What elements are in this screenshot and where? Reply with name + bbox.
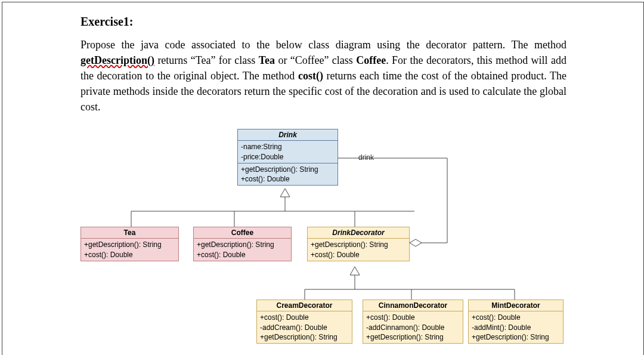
class-title: CinnamonDecorator: [363, 300, 463, 311]
class-title: Drink: [238, 129, 338, 141]
inherit-arrow-drink: [280, 189, 290, 197]
uml-class-cinnamondecorator: CinnamonDecorator +cost(): Double -addCi…: [363, 300, 463, 344]
uml-class-mintdecorator: MintDecorator +cost(): Double -addMint()…: [468, 300, 564, 344]
aggregation-diamond: [410, 239, 422, 246]
exercise-description: Propose the java code associated to the …: [80, 37, 566, 115]
exercise-heading: Exercise1:: [80, 15, 566, 29]
attr: -name:String: [241, 142, 335, 152]
op: +cost(): Double: [241, 174, 335, 184]
op: +getDescription(): String: [472, 332, 560, 342]
op: -addCinnamon(): Double: [366, 323, 460, 332]
op: +cost(): Double: [472, 313, 560, 322]
uml-class-drink: Drink -name:String -price:Double +getDes…: [237, 129, 338, 186]
text: returns “Tea” for class: [154, 54, 259, 66]
uml-class-tea: Tea +getDescription(): String +cost(): D…: [80, 227, 179, 261]
method-getdescription: getDescription(): [80, 54, 154, 66]
text: Propose the java code associated to the …: [80, 39, 566, 51]
op: +cost(): Double: [84, 250, 175, 260]
op: +getDescription(): String: [311, 240, 406, 249]
class-title: CreamDecorator: [257, 300, 352, 311]
class-title: Tea: [81, 227, 178, 239]
op: +cost(): Double: [197, 250, 288, 260]
class-title: DrinkDecorator: [308, 227, 409, 239]
op: -addCream(): Double: [260, 323, 349, 332]
op: +cost(): Double: [311, 250, 406, 260]
text: or “Coffee” class: [275, 54, 356, 66]
uml-diagram: Drink -name:String -price:Double +getDes…: [80, 125, 566, 352]
method-cost: cost(): [298, 70, 323, 82]
operations: +cost(): Double -addCinnamon(): Double +…: [363, 311, 463, 343]
uml-class-creamdecorator: CreamDecorator +cost(): Double -addCream…: [256, 300, 352, 344]
inherit-arrow-decorator: [350, 267, 360, 275]
op: +getDescription(): String: [260, 332, 349, 342]
operations: +cost(): Double -addMint(): Double +getD…: [469, 311, 563, 343]
operations: +getDescription(): String +cost(): Doubl…: [81, 239, 178, 260]
class-tea: Tea: [259, 54, 275, 66]
class-title: Coffee: [194, 227, 291, 239]
operations: +cost(): Double -addCream(): Double +get…: [257, 311, 352, 343]
op: +getDescription(): String: [366, 332, 460, 342]
association-label-drink: drink: [358, 153, 374, 162]
operations: +getDescription(): String +cost(): Doubl…: [308, 239, 409, 260]
operations: +getDescription(): String +cost(): Doubl…: [238, 163, 338, 185]
class-title: MintDecorator: [469, 300, 563, 311]
attr: -price:Double: [241, 152, 335, 162]
op: +getDescription(): String: [241, 165, 335, 174]
op: +getDescription(): String: [197, 240, 288, 249]
attributes: -name:String -price:Double: [238, 141, 338, 163]
op: +cost(): Double: [366, 313, 460, 322]
class-coffee: Coffee: [356, 54, 386, 66]
op: +cost(): Double: [260, 313, 349, 322]
uml-class-coffee: Coffee +getDescription(): String +cost()…: [193, 227, 292, 261]
uml-class-drinkdecorator: DrinkDecorator +getDescription(): String…: [307, 227, 410, 261]
op: -addMint(): Double: [472, 323, 560, 332]
operations: +getDescription(): String +cost(): Doubl…: [194, 239, 291, 260]
op: +getDescription(): String: [84, 240, 175, 249]
